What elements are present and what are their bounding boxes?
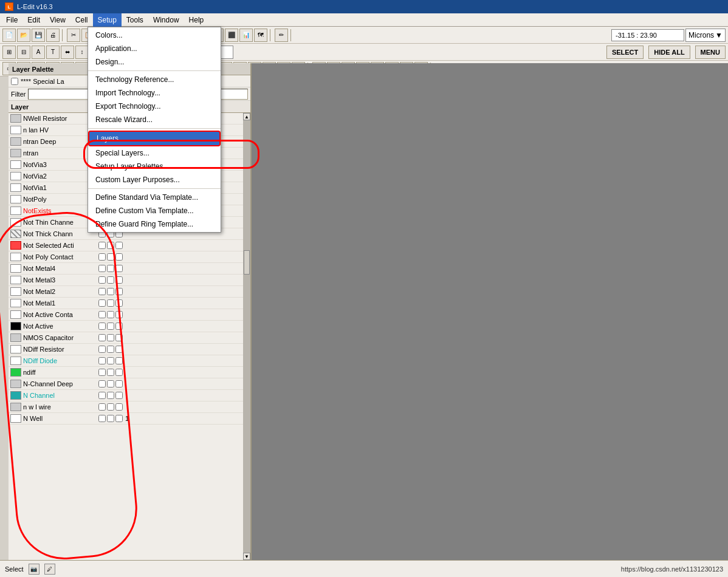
layer-name: Not Metal2 — [23, 288, 96, 295]
list-item[interactable]: Not Active Conta — [9, 309, 250, 321]
layer-name: N Channel — [23, 392, 96, 399]
list-item[interactable]: Not Metal2 — [9, 286, 250, 298]
tb7[interactable]: 🗺 — [254, 29, 267, 42]
sep — [88, 70, 221, 71]
special-layer-checkbox[interactable] — [11, 78, 18, 85]
menu-item-std-via[interactable]: Define Standard Via Template... — [88, 191, 221, 204]
menu-item-setup-palettes[interactable]: Setup Layer Palettes... — [88, 160, 221, 173]
menu-item-export-tech[interactable]: Export Technology... — [88, 100, 221, 113]
layer-name: Not Poly Contact — [23, 253, 96, 261]
last-val: 1 — [125, 415, 129, 422]
menu-file[interactable]: File — [1, 13, 22, 27]
menu-window[interactable]: Window — [148, 13, 184, 27]
new-btn[interactable]: 📄 — [2, 29, 16, 42]
microns-dropdown[interactable]: Microns ▼ — [685, 29, 726, 42]
layer-checks — [98, 253, 250, 261]
list-item[interactable]: Not Metal4 — [9, 263, 250, 275]
layer-checks — [98, 288, 250, 295]
menu-edit[interactable]: Edit — [22, 13, 45, 27]
layer-scrollbar[interactable]: ▲ ▼ — [243, 113, 250, 560]
layer-name: Not Active — [23, 323, 96, 330]
layer-checks: 1 — [98, 415, 250, 422]
layer-color — [10, 172, 21, 180]
tb-r1[interactable]: ⊞ — [2, 46, 16, 59]
menu-button[interactable]: MENU — [695, 46, 726, 59]
filter-label: Filter — [11, 90, 26, 98]
coord-display: -31.15 : 23.90 — [611, 29, 684, 41]
layer-name: NotPoly — [23, 196, 96, 203]
menu-item-colors[interactable]: Colors... — [88, 29, 221, 42]
sep1 — [62, 29, 64, 41]
layer-name: Not Metal4 — [23, 265, 96, 272]
open-btn[interactable]: 📂 — [17, 29, 30, 42]
menu-cell[interactable]: Cell — [70, 13, 93, 27]
layer-color — [10, 137, 21, 146]
layer-name: NDiff Diode — [23, 357, 96, 364]
tb8[interactable]: ✏ — [275, 29, 288, 42]
list-item[interactable]: Not Active — [9, 321, 250, 332]
menu-item-guard-ring[interactable]: Define Guard Ring Template... — [88, 217, 221, 231]
print-btn[interactable]: 🖨 — [46, 29, 60, 42]
title-bar: L L-Edit v16.3 — [0, 0, 728, 13]
hide-all-button[interactable]: HIDE ALL — [648, 46, 690, 59]
layer-color — [10, 333, 21, 342]
layer-checks — [98, 380, 250, 388]
menu-item-rescale[interactable]: Rescale Wizard... — [88, 113, 221, 126]
layer-name: NotVia3 — [23, 161, 96, 168]
layer-color — [10, 160, 21, 169]
scroll-track[interactable] — [243, 120, 250, 553]
menu-item-special-layers[interactable]: Special Layers... — [88, 146, 221, 160]
save-btn[interactable]: 💾 — [32, 29, 45, 42]
list-item[interactable]: Not Selected Acti — [9, 240, 250, 251]
layer-checks — [98, 265, 250, 272]
menu-item-layers[interactable]: Layers... — [88, 131, 221, 146]
menu-item-design[interactable]: Design... — [88, 55, 221, 69]
tb-r5[interactable]: ⬌ — [61, 46, 74, 59]
list-item[interactable]: ndiff — [9, 367, 250, 378]
layer-checks — [98, 403, 250, 411]
tb6[interactable]: 📊 — [239, 29, 253, 42]
layer-name: ntran Deep — [23, 138, 96, 145]
menu-item-import-tech[interactable]: Import Technology... — [88, 86, 221, 100]
tb-r2[interactable]: ⊟ — [17, 46, 30, 59]
menu-item-custom-purposes[interactable]: Custom Layer Purposes... — [88, 173, 221, 186]
tb5[interactable]: ⬛ — [225, 29, 238, 42]
list-item[interactable]: N Channel — [9, 390, 250, 401]
status-btn-1[interactable]: 📷 — [29, 564, 39, 575]
layer-name: Not Metal1 — [23, 299, 96, 307]
scroll-up[interactable]: ▲ — [243, 113, 250, 120]
layer-color — [10, 357, 21, 365]
list-item[interactable]: N Well 1 — [9, 413, 250, 425]
layer-name: N-Channel Deep — [23, 380, 96, 388]
layer-color — [10, 310, 21, 319]
scroll-thumb[interactable] — [244, 250, 250, 275]
list-item[interactable]: Not Poly Contact — [9, 251, 250, 263]
tb-r6[interactable]: ↕ — [75, 46, 89, 59]
menu-tools[interactable]: Tools — [122, 13, 148, 27]
select-button[interactable]: SELECT — [606, 46, 644, 59]
layer-color — [10, 207, 21, 215]
layer-checks — [98, 276, 250, 284]
status-btn-2[interactable]: 🖊 — [44, 564, 55, 575]
layer-color — [10, 195, 21, 203]
list-item[interactable]: n w l wire — [9, 401, 250, 413]
layer-checks — [98, 369, 250, 376]
menu-view[interactable]: View — [45, 13, 70, 27]
list-item[interactable]: N-Channel Deep — [9, 378, 250, 390]
cut-btn[interactable]: ✂ — [67, 29, 80, 42]
list-item[interactable]: Not Metal1 — [9, 298, 250, 309]
menu-item-application[interactable]: Application... — [88, 42, 221, 55]
menu-help[interactable]: Help — [184, 13, 209, 27]
list-item[interactable]: NDiff Resistor — [9, 344, 250, 355]
tb-r4[interactable]: T — [46, 46, 60, 59]
scroll-down[interactable]: ▼ — [243, 553, 250, 560]
list-item[interactable]: NDiff Diode — [9, 355, 250, 367]
app-icon: L — [5, 2, 13, 11]
list-item[interactable]: Not Metal3 — [9, 275, 250, 286]
menu-item-custom-via[interactable]: Define Custom Via Template... — [88, 204, 221, 217]
layer-color — [10, 276, 21, 284]
menu-item-tech-ref[interactable]: Technology Reference... — [88, 73, 221, 86]
list-item[interactable]: NMOS Capacitor — [9, 332, 250, 344]
tb-r3[interactable]: A — [32, 46, 45, 59]
menu-setup[interactable]: Setup — [93, 13, 122, 27]
